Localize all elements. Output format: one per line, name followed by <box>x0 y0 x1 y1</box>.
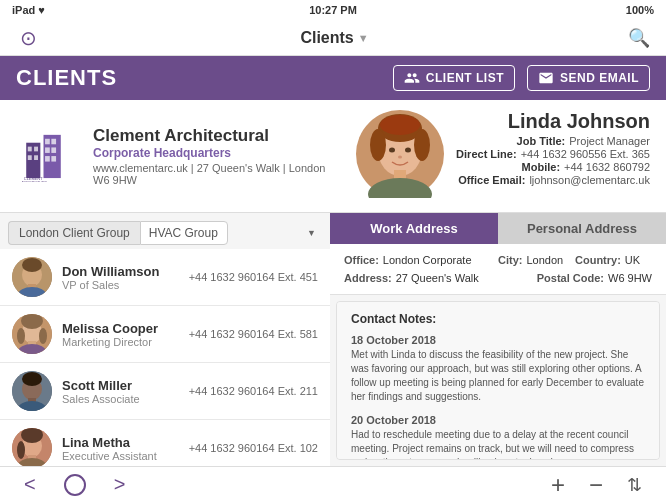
header-bar: CLIENTS CLIENT LIST SEND EMAIL <box>0 56 666 100</box>
svg-point-27 <box>22 258 42 272</box>
send-email-label: SEND EMAIL <box>560 71 639 85</box>
svg-rect-4 <box>45 138 50 144</box>
svg-point-33 <box>17 328 25 344</box>
status-bar: iPad ♥ 10:27 PM 100% <box>0 0 666 20</box>
tab-personal-address[interactable]: Personal Address <box>498 213 666 244</box>
nav-dropdown-icon[interactable]: ▼ <box>358 32 369 44</box>
group-selector: London Client Group HVAC Group <box>0 213 330 249</box>
company-info: Clement Architectural Corporate Headquar… <box>93 126 333 186</box>
address-value: 27 Queen's Walk <box>396 272 479 284</box>
address-label: Address: <box>344 272 392 284</box>
office-email-value: ljohnson@clementarc.uk <box>529 174 650 186</box>
svg-rect-11 <box>51 156 56 162</box>
contact-phone-melissa: +44 1632 960164 Ext. 581 <box>189 328 318 340</box>
contact-name-scott: Scott Miller <box>62 378 179 393</box>
svg-rect-5 <box>51 138 56 144</box>
tab-work-address[interactable]: Work Address <box>330 213 498 244</box>
group-label: London Client Group <box>8 221 140 245</box>
svg-point-18 <box>414 129 430 161</box>
contact-phone-scott: +44 1632 960164 Ext. 211 <box>189 385 318 397</box>
contact-item-melissa[interactable]: Melissa Cooper Marketing Director +44 16… <box>0 306 330 363</box>
svg-point-17 <box>370 129 386 161</box>
contact-info-melissa: Melissa Cooper Marketing Director <box>62 321 179 348</box>
svg-rect-9 <box>34 155 38 160</box>
left-panel: London Client Group HVAC Group <box>0 213 330 466</box>
contact-item-lina[interactable]: Lina Metha Executive Assistant +44 1632 … <box>0 420 330 466</box>
svg-point-45 <box>17 441 25 459</box>
avatar-don <box>12 257 52 297</box>
job-title-label: Job Title: <box>517 135 566 147</box>
send-email-button[interactable]: SEND EMAIL <box>527 65 650 91</box>
bottom-bar: < > + − ⇅ <box>0 466 666 502</box>
avatar-melissa-svg <box>12 314 52 354</box>
postal-code-label: Postal Code: <box>537 272 604 284</box>
svg-rect-8 <box>28 155 32 160</box>
right-panel: Work Address Personal Address Office: Lo… <box>330 213 666 466</box>
direct-line-value: +44 1632 960556 Ext. 365 <box>521 148 650 160</box>
svg-rect-10 <box>45 156 50 162</box>
prev-button[interactable]: < <box>20 473 40 496</box>
home-circle[interactable] <box>64 474 86 496</box>
building-svg: CLEMENT ARCHITECTURAL <box>16 127 71 182</box>
company-subtitle: Corporate Headquarters <box>93 146 333 160</box>
address-details: Office: London Corporate City: London Co… <box>330 244 666 295</box>
contact-item-don[interactable]: Don Williamson VP of Sales +44 1632 9601… <box>0 249 330 306</box>
person-photo <box>356 110 444 202</box>
main-content: CLEMENT ARCHITECTURAL Clement Architectu… <box>0 100 666 466</box>
contact-item-scott[interactable]: Scott Miller Sales Associate +44 1632 96… <box>0 363 330 420</box>
avatar-melissa <box>12 314 52 354</box>
address-tabs: Work Address Personal Address <box>330 213 666 244</box>
contact-list: Don Williamson VP of Sales +44 1632 9601… <box>0 249 330 466</box>
mobile-value: +44 1632 860792 <box>564 161 650 173</box>
company-block: CLEMENT ARCHITECTURAL Clement Architectu… <box>16 126 333 186</box>
office-email-label: Office Email: <box>458 174 525 186</box>
svg-point-22 <box>389 148 395 153</box>
person-details: Linda Johnson Job Title: Project Manager… <box>456 110 650 186</box>
contact-name-don: Don Williamson <box>62 264 179 279</box>
note-text-1: Met with Linda to discuss the feasibilit… <box>351 348 645 404</box>
company-name: Clement Architectural <box>93 126 333 146</box>
svg-point-39 <box>22 372 42 386</box>
contact-title-melissa: Marketing Director <box>62 336 179 348</box>
ipad-label: iPad ♥ <box>12 4 45 16</box>
nav-title: Clients <box>300 29 353 47</box>
minus-button[interactable]: − <box>585 471 607 499</box>
contact-info-scott: Scott Miller Sales Associate <box>62 378 179 405</box>
company-logo: CLEMENT ARCHITECTURAL <box>16 127 81 186</box>
avatar-don-svg <box>12 257 52 297</box>
client-list-button[interactable]: CLIENT LIST <box>393 65 515 91</box>
status-bar-time: 10:27 PM <box>309 4 357 16</box>
nav-bar: ⊙ Clients ▼ 🔍 <box>0 20 666 56</box>
contact-phone-don: +44 1632 960164 Ext. 451 <box>189 271 318 283</box>
sort-button[interactable]: ⇅ <box>623 474 646 496</box>
person-name: Linda Johnson <box>456 110 650 133</box>
office-label: Office: <box>344 254 379 266</box>
person-photo-svg <box>356 110 444 198</box>
note-text-2: Had to reschedule meeting due to a delay… <box>351 428 645 460</box>
svg-rect-2 <box>28 146 32 151</box>
status-bar-right: 100% <box>626 4 654 16</box>
back-button[interactable]: ⊙ <box>16 26 41 50</box>
client-list-icon <box>404 70 420 86</box>
svg-point-34 <box>39 328 47 344</box>
note-entry-2: 20 October 2018 Had to reschedule meetin… <box>351 414 645 460</box>
group-select[interactable]: HVAC Group <box>140 221 228 245</box>
bottom-actions: + − ⇅ <box>547 471 646 499</box>
company-address: www.clementarc.uk | 27 Queen's Walk | Lo… <box>93 162 333 186</box>
contact-phone-lina: +44 1632 960164 Ext. 102 <box>189 442 318 454</box>
avatar-lina-svg <box>12 428 52 466</box>
next-button[interactable]: > <box>110 473 130 496</box>
svg-rect-7 <box>51 147 56 153</box>
add-button[interactable]: + <box>547 471 569 499</box>
person-block: Linda Johnson Job Title: Project Manager… <box>333 110 650 202</box>
contact-title-scott: Sales Associate <box>62 393 179 405</box>
country-label: Country: <box>575 254 621 266</box>
city-label: City: <box>498 254 522 266</box>
avatar-lina <box>12 428 52 466</box>
search-button[interactable]: 🔍 <box>628 27 650 49</box>
contact-info-don: Don Williamson VP of Sales <box>62 264 179 291</box>
country-value: UK <box>625 254 640 266</box>
contact-info-lina: Lina Metha Executive Assistant <box>62 435 179 462</box>
svg-point-24 <box>398 156 402 159</box>
mobile-label: Mobile: <box>522 161 561 173</box>
